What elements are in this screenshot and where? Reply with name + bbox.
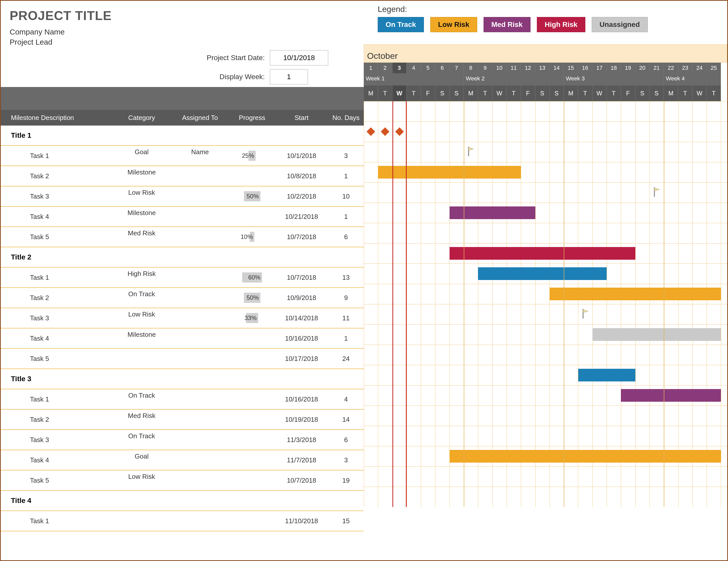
task-days: 15 [328, 517, 364, 525]
task-category: On Track [112, 290, 171, 305]
milestone-flag-icon[interactable] [653, 187, 661, 197]
day-num: 1 [364, 63, 378, 73]
group-title: Title 1 [1, 126, 364, 146]
display-week-input[interactable]: 1 [270, 69, 308, 85]
task-name: Task 4 [1, 334, 112, 342]
dow-label: S [450, 86, 464, 101]
task-name: Task 4 [1, 213, 112, 221]
gantt-row [364, 162, 727, 182]
task-name: Task 1 [1, 152, 112, 160]
task-assigned [171, 213, 229, 221]
task-row[interactable]: Task 4Milestone10/16/20181 [1, 328, 364, 349]
task-progress: 50% [229, 191, 275, 201]
task-name: Task 5 [1, 233, 112, 241]
gantt-bar[interactable] [578, 369, 635, 381]
gantt-row [364, 284, 727, 304]
gantt-bar[interactable] [592, 328, 721, 341]
goal-diamond-icon[interactable] [367, 127, 375, 136]
task-assigned [171, 476, 229, 484]
progress-bar: 60% [242, 273, 262, 282]
task-assigned [171, 395, 229, 403]
gantt-row [364, 264, 727, 284]
milestone-flag-icon[interactable] [467, 146, 475, 157]
project-lead: Project Lead [10, 38, 355, 46]
dow-label: W [492, 86, 507, 101]
task-assigned [171, 355, 229, 362]
day-num: 10 [492, 63, 507, 73]
progress-bar: 10% [250, 232, 254, 242]
start-date-label: Project Start Date: [196, 54, 270, 62]
task-row[interactable]: Task 510/17/201824 [1, 349, 364, 369]
task-row[interactable]: Task 3Low Risk50%10/2/201810 [1, 187, 364, 207]
goal-diamond-icon[interactable] [395, 127, 404, 136]
progress-bar: 33% [246, 313, 258, 323]
task-row[interactable]: Task 111/10/201815 [1, 511, 364, 531]
task-row[interactable]: Task 1On Track10/16/20184 [1, 389, 364, 410]
gantt-bar[interactable] [450, 247, 635, 260]
task-row[interactable]: Task 5Med Risk10%10/7/20186 [1, 227, 364, 247]
gantt-bar[interactable] [378, 166, 521, 179]
task-start: 10/16/2018 [275, 395, 328, 403]
task-start: 10/21/2018 [275, 213, 328, 221]
task-category [112, 355, 171, 362]
goal-diamond-icon[interactable] [381, 127, 389, 136]
gantt-bar[interactable] [450, 207, 535, 219]
task-assigned [171, 436, 229, 444]
task-row[interactable]: Task 1GoalName25%10/1/20183 [1, 146, 364, 166]
gantt-row [364, 385, 727, 405]
day-num: 23 [678, 63, 692, 73]
table-header: Milestone Description Category Assigned … [1, 110, 364, 126]
gantt-bar[interactable] [450, 450, 721, 463]
task-row[interactable]: Task 2On Track50%10/9/20189 [1, 288, 364, 308]
dow-label: S [435, 86, 449, 101]
task-start: 10/19/2018 [275, 416, 328, 423]
dow-label: M [664, 86, 678, 101]
task-name: Task 5 [1, 476, 112, 484]
task-category: Milestone [112, 209, 171, 225]
task-start: 11/3/2018 [275, 436, 328, 444]
legend-item-on-track[interactable]: On Track [378, 17, 424, 32]
legend-item-high-risk[interactable]: High Risk [537, 17, 585, 32]
task-row[interactable]: Task 4Milestone10/21/20181 [1, 207, 364, 227]
day-num: 24 [692, 63, 707, 73]
gantt-row [364, 324, 727, 345]
gantt-bar[interactable] [550, 287, 721, 300]
day-num: 11 [507, 63, 521, 73]
dow-label: M [364, 86, 378, 101]
milestone-flag-icon[interactable] [582, 309, 589, 319]
gantt-row [364, 304, 727, 324]
dow-label: T [578, 86, 592, 101]
task-row[interactable]: Task 3On Track11/3/20186 [1, 430, 364, 450]
task-row[interactable]: Task 1High Risk60%10/7/201813 [1, 268, 364, 288]
dow-label: T [607, 86, 621, 101]
task-days: 3 [328, 152, 364, 160]
gantt-bar[interactable] [621, 389, 721, 402]
col-header-progress: Progress [229, 114, 275, 122]
task-category: On Track [112, 432, 171, 448]
dow-label: T [707, 86, 721, 101]
task-row[interactable]: Task 5Low Risk10/7/201819 [1, 470, 364, 491]
task-assigned [171, 456, 229, 464]
task-row[interactable]: Task 2Milestone10/8/20181 [1, 166, 364, 187]
day-num: 3 [392, 63, 407, 73]
task-progress: 10% [229, 232, 275, 242]
project-title: PROJECT TITLE [10, 8, 355, 23]
gantt-row [364, 487, 727, 507]
legend-item-med-risk[interactable]: Med Risk [484, 17, 531, 32]
dow-label: T [507, 86, 521, 101]
task-category: Low Risk [112, 473, 171, 488]
week-label: Week 4 [664, 73, 721, 86]
legend-item-low-risk[interactable]: Low Risk [430, 17, 477, 32]
day-num: 17 [592, 63, 607, 73]
gantt-row [364, 142, 727, 162]
legend-item-unassigned[interactable]: Unassigned [592, 17, 648, 32]
task-days: 1 [328, 213, 364, 221]
group-title: Title 4 [1, 491, 364, 511]
task-category: High Risk [112, 270, 171, 285]
start-date-input[interactable]: 10/1/2018 [270, 50, 328, 65]
gantt-bar[interactable] [478, 267, 607, 280]
task-row[interactable]: Task 4Goal11/7/20183 [1, 450, 364, 470]
task-row[interactable]: Task 2Med Risk10/19/201814 [1, 410, 364, 430]
task-row[interactable]: Task 3Low Risk33%10/14/201811 [1, 308, 364, 328]
task-assigned [171, 314, 229, 322]
